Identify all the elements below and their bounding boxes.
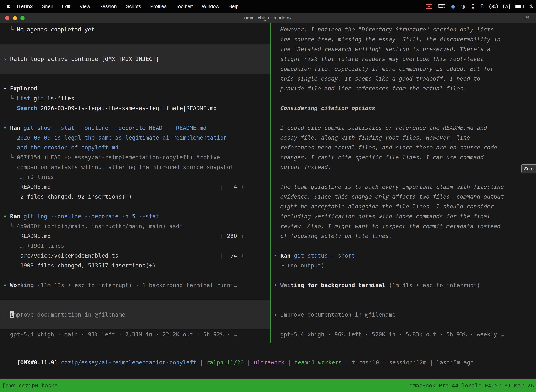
menu-item-scripts[interactable]: Scripts — [121, 4, 146, 9]
ran-git-log-line: •Rangit log --oneline --decorate -n 5 --… — [0, 211, 270, 221]
prompt-input-line[interactable]: ›Improve documentation in @filename — [0, 310, 270, 320]
screenshot-toast[interactable]: Scre — [521, 164, 536, 173]
tmux-session-name[interactable]: [omx-cczip0:bash* — [2, 382, 58, 389]
right-pane[interactable]: However, I noticed the "Directory Struct… — [271, 23, 536, 343]
blue-app-icon[interactable]: ◆ — [451, 4, 455, 9]
omx-last-activity: last:5m ago — [436, 359, 474, 366]
omx-session-time: session:12m — [389, 359, 426, 366]
thinking-text-line: essay file, along with finding root file… — [271, 133, 536, 143]
more-lines-note: … +1901 lines — [0, 241, 270, 251]
dark-app-icon[interactable]: ◑ — [461, 4, 465, 9]
explored-line: •Explored — [0, 84, 270, 93]
menu-item-view[interactable]: View — [75, 4, 95, 9]
spacer — [0, 34, 270, 44]
ralph-banner-box: ›Ralph loop active continue [OMX_TMUX_IN… — [0, 44, 270, 74]
tmux-panes: └No agents completed yet ›Ralph loop act… — [0, 23, 536, 343]
left-pane[interactable]: └No agents completed yet ›Ralph loop act… — [0, 23, 270, 343]
text-cursor: I — [10, 311, 13, 318]
omx-team: team:1 workers — [294, 359, 342, 366]
diffstat-summary: 1903 files changed, 513517 insertions(+) — [0, 261, 270, 271]
spacer — [271, 300, 536, 310]
diffstat-file-line: README.md | 280 + — [0, 231, 270, 241]
tree-branch-icon: └ — [10, 26, 13, 33]
menu-item-window[interactable]: Window — [197, 4, 224, 9]
percent-badge-icon[interactable]: .61 — [489, 4, 498, 9]
working-status-line: •Working (11m 13s • esc to interrupt) · … — [0, 280, 270, 290]
thinking-text-line: I could cite commit statistics or refere… — [271, 123, 536, 133]
spacer — [271, 290, 536, 300]
tree-branch-icon: └ — [10, 223, 13, 229]
no-output-line: └(no output) — [271, 261, 536, 271]
log-commit-line: └4b9d30f (origin/main, instructkr/main, … — [0, 221, 270, 231]
thinking-text-line: evidence. Since this change only affects… — [271, 192, 536, 202]
more-lines-note: … +2 lines — [0, 172, 270, 182]
input-source-icon[interactable]: A — [503, 4, 510, 9]
bullet-icon: • — [3, 282, 7, 289]
model-status-line: gpt-5.4 xhigh · 96% left · 520K in · 5.8… — [271, 330, 536, 339]
keyboard-icon[interactable]: ⌨ — [438, 4, 445, 9]
window-shortcut: ⌥⌘1 — [520, 13, 532, 23]
spacer — [271, 113, 536, 123]
apps-grid-icon[interactable]: ⣿ — [471, 4, 475, 9]
show-file-line-2: and-the-erosion-of-copyleft.md — [0, 143, 270, 152]
spacer — [271, 93, 536, 103]
macos-menu-bar: iTerm2 Shell Edit View Session Scripts P… — [0, 0, 536, 13]
diffstat-file-line: src/voice/voiceModeEnabled.ts | 54 + — [0, 251, 270, 261]
battery-fill — [516, 5, 521, 8]
spacer — [0, 74, 270, 84]
tree-branch-icon: └ — [10, 154, 13, 161]
thinking-text-line: provide file and line references from th… — [271, 84, 536, 93]
window-title: omx --xhigh --madmax — [0, 13, 536, 23]
omx-ralph-counter: ralph:11/20 — [206, 359, 244, 366]
prompt-chevron-icon: › — [3, 56, 7, 62]
menu-item-iterm2[interactable]: iTerm2 — [12, 4, 37, 9]
utility-icon[interactable]: 8 — [480, 4, 484, 9]
search-line: Search2026-03-09-is-legal-the-same-as-le… — [0, 103, 270, 113]
tmux-host-clock: "MacBook-Pro-44.local" 04:52 31-Mar-26 — [409, 382, 534, 389]
spacer — [271, 241, 536, 251]
menu-item-profiles[interactable]: Profiles — [146, 4, 171, 9]
spacer — [271, 271, 536, 280]
menu-bar-status-area: ⌨ ◆ ◑ ⣿ 8 .61 A ✳ — [426, 4, 536, 9]
readme-link[interactable]: README.md — [443, 125, 474, 131]
window-title-bar: omx --xhigh --madmax ⌥⌘1 — [0, 13, 536, 23]
spotlight-spiral-icon[interactable]: ✳ — [529, 4, 534, 9]
spacer — [0, 202, 270, 211]
terminal-window: └No agents completed yet ›Ralph loop act… — [0, 23, 536, 392]
thinking-text-line: changes, I can't cite specific file line… — [271, 152, 536, 162]
apple-menu[interactable] — [6, 4, 10, 9]
list-line: └Listgit ls-files — [0, 93, 270, 103]
diffstat-summary: 2 files changed, 92 insertions(+) — [0, 192, 270, 202]
menu-item-edit[interactable]: Edit — [57, 4, 75, 9]
prompt-input-line[interactable]: ›Improve documentation in @filename — [271, 310, 536, 320]
omx-status-line: [OMX#0.11.9]cczip/essay/ai-reimplementat… — [0, 348, 536, 358]
thinking-text-line: the "Related research writing" section i… — [271, 44, 536, 54]
thinking-text-line: However, I noticed the "Directory Struct… — [271, 25, 536, 34]
thinking-text-line: companion file, especially if more comme… — [271, 64, 536, 74]
prompt-input-box[interactable]: ›Improve documentation in @filename — [0, 300, 270, 330]
thinking-text-line: The team guideline is to back every impo… — [271, 182, 536, 192]
spacer — [0, 271, 270, 280]
menu-item-help[interactable]: Help — [224, 4, 243, 9]
omx-mode: ultrawork — [254, 359, 284, 366]
ran-git-show-line: •Rangit show --stat --oneline --decorate… — [0, 123, 270, 133]
menu-item-toolbelt[interactable]: Toolbelt — [171, 4, 197, 9]
thinking-text-line: output instead. — [271, 162, 536, 172]
thinking-text-line: references need actual files, and since … — [271, 143, 536, 152]
ralph-banner-line: ›Ralph loop active continue [OMX_TMUX_IN… — [0, 54, 270, 64]
menu-item-shell[interactable]: Shell — [37, 4, 57, 9]
battery-icon[interactable] — [515, 5, 523, 9]
thinking-text-line: slight risk that future readers may over… — [271, 54, 536, 64]
spacer — [271, 320, 536, 330]
spacer — [0, 290, 270, 300]
screen-recording-icon[interactable] — [426, 4, 432, 9]
model-status-line: gpt-5.4 xhigh · main · 91% left · 2.31M … — [0, 330, 270, 339]
prompt-chevron-icon: › — [274, 311, 277, 318]
menu-item-session[interactable]: Session — [95, 4, 121, 9]
bullet-icon: • — [274, 282, 277, 289]
thinking-text-line: might be acceptable alongside the file l… — [271, 202, 536, 211]
diffstat-file-line: README.md | 4 + — [0, 182, 270, 192]
thinking-text-line: the source tree, missing the essay. Stil… — [271, 34, 536, 44]
prompt-chevron-icon: › — [3, 311, 7, 318]
spacer — [0, 113, 270, 123]
